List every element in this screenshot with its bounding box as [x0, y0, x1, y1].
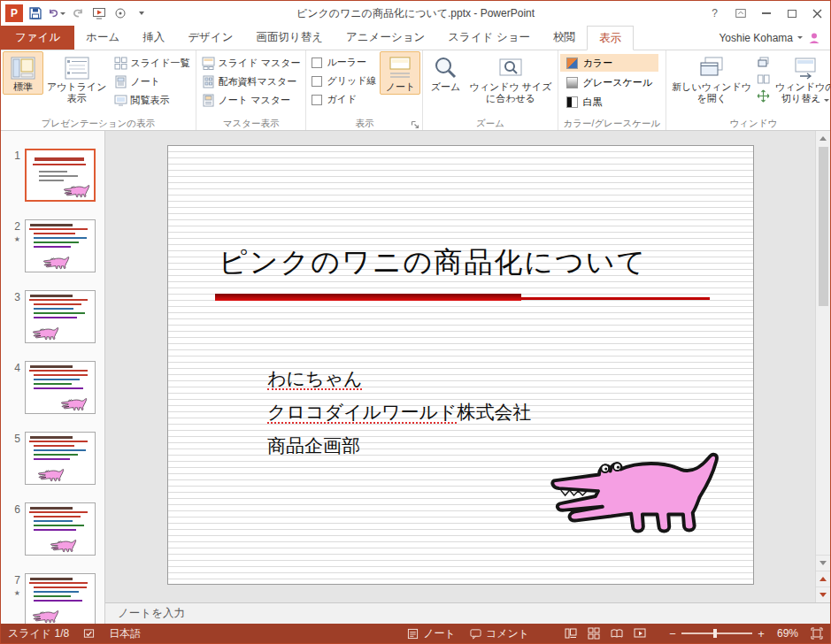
color-swatch-icon — [566, 58, 578, 69]
handout-master-button[interactable]: 配布資料マスター — [198, 73, 304, 91]
slide-sorter-statusbar-icon[interactable] — [582, 624, 605, 643]
ruler-checkbox-row[interactable]: ルーラー — [312, 56, 376, 69]
tab-file[interactable]: ファイル — [1, 26, 74, 50]
redo-icon[interactable] — [68, 4, 87, 23]
grayscale-button[interactable]: グレースケール — [560, 73, 658, 91]
black-white-button[interactable]: 白黒 — [560, 93, 658, 111]
scrollbar-thumb[interactable] — [819, 147, 828, 306]
tab-slideshow[interactable]: スライド ショー — [436, 26, 542, 50]
vertical-scrollbar[interactable] — [815, 131, 830, 602]
slide-thumbnail-3[interactable] — [25, 290, 96, 343]
transition-star-icon: ★ — [14, 589, 20, 597]
slide-thumbnail-6[interactable] — [25, 502, 96, 556]
ribbon-tab-row: ファイル ホーム 挿入 デザイン 画面切り替え アニメーション スライド ショー… — [1, 26, 830, 50]
cascade-windows-icon[interactable] — [757, 56, 770, 69]
tab-animations[interactable]: アニメーション — [335, 26, 436, 50]
normal-view-button[interactable]: 標準 — [3, 51, 43, 95]
scroll-down-icon[interactable] — [816, 555, 831, 571]
notes-page-button[interactable]: ノート — [111, 73, 194, 91]
handout-master-icon — [202, 75, 215, 88]
tab-insert[interactable]: 挿入 — [131, 26, 176, 50]
fit-to-window-icon — [497, 55, 524, 81]
slide-thumbnail-4[interactable] — [25, 361, 96, 414]
undo-dropdown-caret[interactable] — [60, 12, 65, 15]
zoom-out-button[interactable]: − — [664, 624, 681, 643]
tab-review[interactable]: 校閲 — [542, 26, 587, 50]
outline-view-button[interactable]: アウトライン 表示 — [43, 51, 111, 106]
scroll-up-icon[interactable] — [816, 131, 831, 145]
save-icon[interactable] — [26, 4, 44, 23]
undo-icon[interactable] — [47, 4, 65, 23]
powerpoint-app-icon[interactable]: P — [5, 4, 23, 22]
tab-transitions[interactable]: 画面切り替え — [244, 26, 335, 50]
zoom-in-button[interactable]: + — [752, 624, 770, 643]
fit-slide-to-window-icon[interactable] — [805, 624, 828, 643]
slide-master-button[interactable]: スライド マスター — [198, 54, 304, 73]
slide-title-text[interactable]: ピンクのワニの商品化について — [219, 243, 647, 282]
guides-checkbox-row[interactable]: ガイド — [312, 93, 376, 106]
group-show: ルーラー グリッド線 ガイド ノート — [306, 50, 423, 130]
ribbon-display-options-icon[interactable] — [727, 3, 753, 24]
slide-thumbnail-1[interactable] — [25, 149, 96, 202]
slide-thumbnail-5[interactable] — [25, 432, 96, 485]
minimize-button[interactable] — [753, 3, 779, 24]
notes-master-button[interactable]: ノート マスター — [198, 91, 304, 110]
start-slideshow-icon[interactable] — [89, 4, 108, 23]
group-label-window: ウィンドウ — [668, 117, 830, 130]
current-slide[interactable]: ピンクのワニの商品化について わにちゃん クロコダイルワールド株式会社 商品企画… — [167, 145, 754, 585]
transition-star-icon: ★ — [14, 235, 20, 243]
proofing-icon[interactable] — [76, 624, 102, 643]
gridlines-checkbox[interactable] — [312, 76, 322, 87]
notes-pane[interactable]: ノートを入力 — [105, 602, 830, 624]
next-slide-icon[interactable] — [816, 586, 831, 602]
arrange-all-icon[interactable] — [757, 73, 770, 86]
slideshow-statusbar-icon[interactable] — [628, 624, 651, 643]
new-window-button[interactable]: 新しいウィンドウ を開く — [668, 51, 755, 106]
group-zoom: ズーム ウィンドウ サイズ に合わせる ズーム — [423, 50, 558, 130]
maximize-button[interactable] — [779, 3, 804, 24]
show-dialog-launcher-icon[interactable] — [410, 118, 420, 128]
title-underline-thin — [521, 297, 710, 300]
customize-qat-caret-icon[interactable] — [132, 4, 150, 23]
ruler-checkbox[interactable] — [312, 58, 322, 68]
tab-home[interactable]: ホーム — [74, 26, 131, 50]
thumbnail-row-1: 1 — [1, 149, 96, 202]
language-indicator[interactable]: 日本語 — [102, 624, 148, 643]
switch-windows-button[interactable]: ウィンドウの 切り替え — [772, 51, 830, 106]
fit-to-window-button[interactable]: ウィンドウ サイズ に合わせる — [466, 51, 555, 106]
notes-toggle-statusbar[interactable]: ノート — [400, 624, 463, 643]
title-underline-bar — [215, 294, 521, 301]
tab-view[interactable]: 表示 — [587, 26, 634, 50]
close-button[interactable] — [804, 3, 830, 24]
slide-subtitle-textbox[interactable]: わにちゃん クロコダイルワールド株式会社 商品企画部 — [267, 362, 531, 463]
slide-thumbnail-7[interactable] — [25, 573, 96, 624]
gridlines-checkbox-row[interactable]: グリッド線 — [312, 74, 376, 88]
thumbnail-row-7: 7 ★ — [1, 573, 96, 624]
zoom-button[interactable]: ズーム — [425, 51, 466, 95]
previous-slide-icon[interactable] — [816, 571, 831, 586]
zoom-slider[interactable] — [681, 632, 752, 634]
tab-design[interactable]: デザイン — [176, 26, 244, 50]
group-label-presentation-views: プレゼンテーションの表示 — [3, 117, 194, 130]
color-button[interactable]: カラー — [560, 54, 658, 72]
slide-thumbnail-2[interactable] — [25, 219, 96, 272]
zoom-slider-thumb[interactable] — [713, 629, 717, 638]
slide-sorter-button[interactable]: スライド一覧 — [111, 54, 194, 73]
reading-view-statusbar-icon[interactable] — [605, 624, 628, 643]
guides-checkbox[interactable] — [312, 95, 322, 105]
move-split-icon[interactable] — [757, 89, 770, 103]
group-window: 新しいウィンドウ を開く — [666, 50, 830, 130]
normal-view-icon — [10, 55, 36, 81]
slide-master-icon — [202, 57, 215, 70]
zoom-percentage[interactable]: 69% — [770, 624, 805, 643]
notes-toggle-button[interactable]: ノート — [380, 51, 420, 95]
normal-view-statusbar-icon[interactable] — [559, 624, 582, 643]
quick-access-toolbar: P — [1, 4, 150, 23]
notes-status-icon — [407, 628, 419, 640]
pink-crocodile-image[interactable] — [550, 452, 724, 539]
comments-toggle-statusbar[interactable]: コメント — [463, 624, 536, 643]
reading-view-button[interactable]: 閲覧表示 — [111, 91, 194, 110]
account-area[interactable]: Yoshie Kohama — [719, 26, 830, 50]
help-icon[interactable]: ? — [702, 3, 727, 24]
touch-mode-icon[interactable] — [111, 4, 129, 23]
